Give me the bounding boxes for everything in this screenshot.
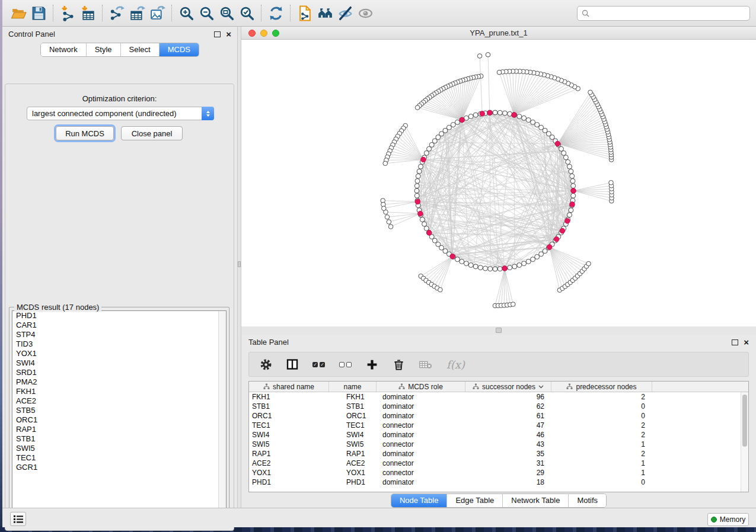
close-panel-icon[interactable]: × xyxy=(226,31,231,37)
new-network-from-selection-icon xyxy=(297,5,313,21)
mcds-result-item[interactable]: YOX1 xyxy=(12,349,226,358)
table-row[interactable]: ACE2ACE2connector311 xyxy=(249,459,748,468)
mcds-tab-content: Optimization criterion: largest connecte… xyxy=(5,84,234,531)
graphics-details-button[interactable] xyxy=(315,3,335,23)
delete-table-button[interactable] xyxy=(419,359,432,370)
table-cell: 2 xyxy=(551,421,652,430)
zoom-selected-button[interactable] xyxy=(237,3,257,23)
tab-mcds[interactable]: MCDS xyxy=(160,43,199,56)
mcds-result-item[interactable]: TID3 xyxy=(12,339,226,349)
table-cell: PHD1 xyxy=(249,477,329,487)
fit-content-button[interactable] xyxy=(216,3,237,23)
table-cell: FKH1 xyxy=(249,392,329,402)
right-column: YPA_prune.txt_1 Table Panel × xyxy=(241,27,756,508)
mcds-result-item[interactable]: CAR1 xyxy=(12,321,226,330)
mcds-result-item[interactable]: ACE2 xyxy=(12,396,226,406)
table-row[interactable]: FKH1FKH1dominator962 xyxy=(249,392,748,402)
table-cell: 2 xyxy=(551,449,652,459)
table-row[interactable]: SWI5SWI5connector431 xyxy=(249,440,748,449)
mcds-result-list[interactable]: PHD1CAR1STP4TID3YOX1SWI4SRD1PMA2FKH1ACE2… xyxy=(12,310,227,521)
mcds-result-item[interactable]: RAP1 xyxy=(12,425,226,434)
table-row[interactable]: TEC1TEC1connector472 xyxy=(249,421,748,430)
function-builder-button[interactable]: f(x) xyxy=(446,358,465,371)
settings-gear-button[interactable] xyxy=(260,358,272,371)
export-table-button[interactable] xyxy=(127,3,147,23)
import-network-button[interactable] xyxy=(58,3,78,23)
scrollbar-thumb[interactable] xyxy=(742,395,747,447)
mcds-list-scrollbar[interactable] xyxy=(218,311,226,520)
export-image-button[interactable] xyxy=(147,3,167,23)
close-panel-button[interactable]: Close panel xyxy=(121,126,183,140)
mcds-result-item[interactable]: ORC1 xyxy=(12,415,226,425)
mcds-result-item[interactable]: STB5 xyxy=(12,406,226,415)
float-panel-icon[interactable] xyxy=(214,31,221,37)
tab-select[interactable]: Select xyxy=(121,43,160,56)
column-header-MCDS-role[interactable]: MCDS role xyxy=(377,382,465,392)
hide-selected-button[interactable] xyxy=(335,3,355,23)
mcds-result-item[interactable]: GCR1 xyxy=(12,463,226,472)
column-header-successor-nodes[interactable]: successor nodes xyxy=(465,382,551,392)
tab-motifs[interactable]: Motifs xyxy=(569,494,606,507)
show-all-button[interactable] xyxy=(355,3,375,23)
mcds-result-item[interactable]: PHD1 xyxy=(12,311,226,321)
table-cell: connector xyxy=(377,440,465,449)
splitter-grip[interactable] xyxy=(238,261,241,267)
vertical-splitter[interactable] xyxy=(237,27,241,508)
mcds-result-item[interactable]: SWI4 xyxy=(12,358,226,368)
network-canvas[interactable] xyxy=(241,40,756,326)
tab-node-table[interactable]: Node Table xyxy=(391,494,448,507)
column-header-shared-name[interactable]: shared name xyxy=(249,382,329,392)
mcds-result-item[interactable]: SRD1 xyxy=(12,368,226,377)
mcds-result-item[interactable]: STP4 xyxy=(12,330,226,339)
table-cell: 1 xyxy=(551,468,652,477)
table-row[interactable]: RAP1RAP1dominator352 xyxy=(249,449,748,459)
save-session-button[interactable] xyxy=(28,3,49,23)
splitter-grip[interactable] xyxy=(496,328,502,333)
houses-icon xyxy=(317,5,333,21)
zoom-in-button[interactable] xyxy=(176,3,196,23)
import-table-button[interactable] xyxy=(78,3,98,23)
column-header-name[interactable]: name xyxy=(329,382,377,392)
table-row[interactable]: ORC1ORC1dominator610 xyxy=(249,411,748,421)
open-file-button[interactable] xyxy=(8,3,28,23)
task-history-button[interactable] xyxy=(10,512,26,526)
mcds-result-item[interactable]: TEC1 xyxy=(12,453,226,463)
add-column-button[interactable] xyxy=(366,358,378,371)
delete-column-button[interactable] xyxy=(393,358,405,371)
memory-button[interactable]: Memory xyxy=(707,513,749,526)
new-network-from-selection-button[interactable] xyxy=(295,3,315,23)
search-field[interactable] xyxy=(577,6,750,21)
search-input[interactable] xyxy=(592,9,745,17)
table-body: FKH1FKH1dominator962STB1STB1dominator620… xyxy=(249,392,748,487)
mcds-result-item[interactable]: PMA2 xyxy=(12,377,226,387)
show-column-button[interactable] xyxy=(286,358,298,370)
close-panel-icon[interactable]: × xyxy=(744,339,749,345)
table-cell: 62 xyxy=(465,402,551,411)
refresh-button[interactable] xyxy=(266,3,286,23)
mcds-result-item[interactable]: SWI5 xyxy=(12,444,226,453)
columns-icon xyxy=(286,358,298,370)
table-row[interactable]: STB1STB1dominator620 xyxy=(249,402,748,411)
tab-network-table[interactable]: Network Table xyxy=(503,494,569,507)
deselect-all-button[interactable] xyxy=(339,362,352,367)
tab-network[interactable]: Network xyxy=(41,43,87,56)
export-network-button[interactable] xyxy=(107,3,127,23)
tab-style[interactable]: Style xyxy=(87,43,121,56)
select-all-button[interactable]: ✓✓ xyxy=(312,362,325,367)
table-row[interactable]: YOX1YOX1connector291 xyxy=(249,468,748,477)
float-panel-icon[interactable] xyxy=(732,339,738,345)
shared-column-icon xyxy=(473,383,479,390)
table-cell: FKH1 xyxy=(329,392,377,402)
table-row[interactable]: SWI4SWI4dominator462 xyxy=(249,430,748,440)
table-row[interactable]: PHD1PHD1dominator180 xyxy=(249,477,748,487)
column-header-predecessor-nodes[interactable]: predecessor nodes xyxy=(551,382,652,392)
optimization-criterion-dropdown[interactable]: largest connected component (undirected) xyxy=(27,107,214,120)
run-mcds-button[interactable]: Run MCDS xyxy=(56,126,114,140)
table-scrollbar[interactable] xyxy=(741,392,748,492)
tab-edge-table[interactable]: Edge Table xyxy=(447,494,503,507)
mcds-result-item[interactable]: STB1 xyxy=(12,434,226,444)
zoom-out-button[interactable] xyxy=(196,3,216,23)
horizontal-splitter[interactable] xyxy=(241,326,756,335)
mcds-result-item[interactable]: FKH1 xyxy=(12,387,226,396)
mcds-result-group: MCDS result (17 nodes) PHD1CAR1STP4TID3Y… xyxy=(9,303,229,524)
